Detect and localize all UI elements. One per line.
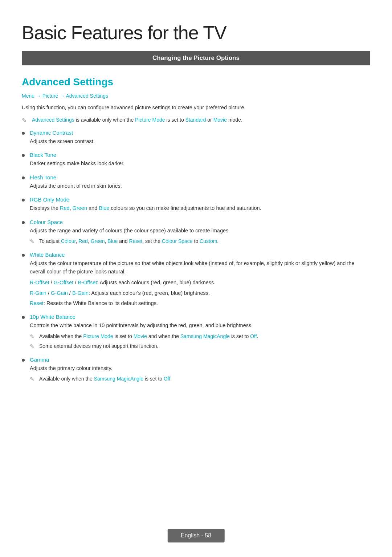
footer-page-number: English - 58 <box>168 529 225 542</box>
availability-advanced-settings: Advanced Settings <box>32 117 74 123</box>
white-balance-r-gain: R-Gain / G-Gain / B-Gain: Adjusts each c… <box>30 289 370 297</box>
section-header: Changing the Picture Options <box>22 51 370 65</box>
10p-picture-mode: Picture Mode <box>83 333 113 339</box>
white-balance-title: White Balance <box>30 252 65 258</box>
white-balance-desc: Adjusts the colour temperature of the pi… <box>30 259 370 276</box>
cs-red: Red <box>78 238 88 244</box>
availability-mid2: is set to <box>165 117 185 123</box>
dynamic-contrast-desc: Adjusts the screen contrast. <box>30 137 370 145</box>
intro-text: Using this function, you can configure a… <box>22 104 370 112</box>
gamma-samsung-magic: Samsung MagicAngle <box>94 376 143 382</box>
rgb-green: Green <box>73 205 87 211</box>
breadcrumb-arrow1: → <box>36 93 42 99</box>
10p-wb-note1: Available when the Picture Mode is set t… <box>30 333 370 340</box>
gamma-off: Off <box>164 376 170 382</box>
rgb-only-mode-title: RGB Only Mode <box>30 196 69 203</box>
cs-colour-space: Colour Space <box>162 238 193 244</box>
bullet-white-balance: White Balance Adjusts the colour tempera… <box>22 252 370 307</box>
bullet-flesh-tone: Flesh Tone Adjusts the amount of red in … <box>22 174 370 190</box>
availability-standard: Standard <box>185 117 206 123</box>
availability-picture-mode: Picture Mode <box>135 117 165 123</box>
flesh-tone-title: Flesh Tone <box>30 174 56 180</box>
b-offset: B-Offset <box>78 280 97 285</box>
bullet-dot <box>22 199 25 202</box>
cs-green: Green <box>91 238 105 244</box>
10p-white-balance-title: 10p White Balance <box>30 314 75 320</box>
bullet-dot <box>22 254 25 257</box>
bullet-dynamic-contrast: Dynamic Contrast Adjusts the screen cont… <box>22 130 370 145</box>
availability-note: Advanced Settings is available only when… <box>22 116 370 124</box>
availability-suffix: mode. <box>227 117 242 123</box>
rgb-red: Red <box>60 205 70 211</box>
10p-off: Off <box>250 333 257 339</box>
g-offset: G-Offset <box>54 280 74 285</box>
r-offset: R-Offset <box>30 280 49 285</box>
breadcrumb-advanced: Advanced Settings <box>66 93 108 99</box>
cs-colour: Colour <box>61 238 75 244</box>
bullet-10p-white-balance: 10p White Balance Controls the white bal… <box>22 314 370 350</box>
bullet-dot <box>22 221 25 224</box>
availability-movie: Movie <box>213 117 227 123</box>
bullet-rgb-only-mode: RGB Only Mode Displays the Red, Green an… <box>22 196 370 212</box>
colour-space-sub-note: To adjust Colour, Red, Green, Blue and R… <box>30 237 370 245</box>
bullet-dot <box>22 176 25 179</box>
black-tone-desc: Darker settings make blacks look darker. <box>30 159 370 167</box>
bullet-dot <box>22 359 25 362</box>
bullet-dot <box>22 154 25 157</box>
10p-wb-note2: Some external devices may not support th… <box>30 342 370 350</box>
page-title: Basic Features for the TV <box>22 22 370 44</box>
breadcrumb-picture: Picture <box>42 93 58 99</box>
cs-blue: Blue <box>107 238 118 244</box>
bullet-dot <box>22 132 25 135</box>
bullet-black-tone: Black Tone Darker settings make blacks l… <box>22 152 370 167</box>
g-gain: G-Gain <box>51 290 68 296</box>
bullet-dot <box>22 316 25 319</box>
10p-samsung-magic: Samsung MagicAngle <box>180 333 230 339</box>
bullet-gamma: Gamma Adjusts the primary colour intensi… <box>22 357 370 383</box>
bullet-colour-space: Colour Space Adjusts the range and varie… <box>22 219 370 245</box>
breadcrumb-menu: Menu <box>22 93 34 99</box>
rgb-blue: Blue <box>99 205 109 211</box>
white-balance-reset: Reset: Resets the White Balance to its d… <box>30 299 370 307</box>
flesh-tone-desc: Adjusts the amount of red in skin tones. <box>30 182 370 190</box>
gamma-desc: Adjusts the primary colour intensity. <box>30 364 370 372</box>
breadcrumb: Menu → Picture → Advanced Settings <box>22 93 370 99</box>
colour-space-desc: Adjusts the range and variety of colours… <box>30 227 370 235</box>
gamma-note: Available only when the Samsung MagicAng… <box>30 375 370 383</box>
black-tone-title: Black Tone <box>30 152 56 158</box>
cs-reset: Reset <box>129 238 143 244</box>
rgb-only-mode-desc: Displays the Red, Green and Blue colours… <box>30 204 370 212</box>
wb-reset: Reset <box>30 300 44 306</box>
breadcrumb-arrow2: → <box>60 93 66 99</box>
availability-mid3: or <box>206 117 213 123</box>
b-gain: B-Gain <box>72 290 89 296</box>
colour-space-title: Colour Space <box>30 219 63 225</box>
availability-mid1: is available only when the <box>74 117 135 123</box>
cs-custom: Custom <box>200 238 217 244</box>
10p-white-balance-desc: Controls the white balance in 10 point i… <box>30 321 370 329</box>
r-gain: R-Gain <box>30 290 46 296</box>
advanced-settings-title: Advanced Settings <box>22 76 370 88</box>
gamma-title: Gamma <box>30 357 49 363</box>
10p-movie: Movie <box>134 333 147 339</box>
dynamic-contrast-title: Dynamic Contrast <box>30 130 73 136</box>
white-balance-r-offset: R-Offset / G-Offset / B-Offset: Adjusts … <box>30 278 370 286</box>
